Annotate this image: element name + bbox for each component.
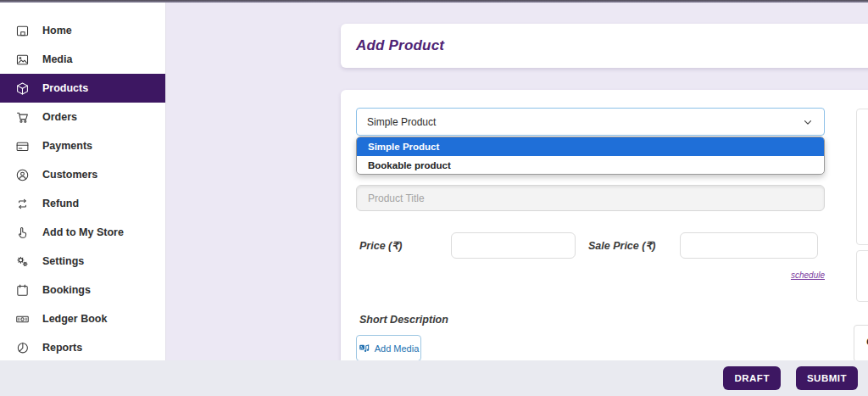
sidebar-item-home[interactable]: Home [0, 16, 165, 45]
credit-card-icon [15, 139, 30, 153]
categories-panel: Categories [854, 325, 868, 361]
top-border [0, 0, 868, 3]
sidebar-item-label: Products [42, 82, 88, 94]
sidebar-item-reports[interactable]: Reports [0, 333, 165, 360]
featured-image-box[interactable] [856, 109, 868, 245]
sidebar-item-orders[interactable]: Orders [0, 103, 165, 131]
sidebar-item-payments[interactable]: Payments [0, 131, 165, 160]
submit-button[interactable]: SUBMIT [796, 366, 858, 390]
main-content-area: Add Product Add New Simple Product Simpl… [167, 3, 868, 360]
pie-chart-icon [15, 341, 30, 355]
sale-price-label: Sale Price (₹) [588, 239, 656, 252]
sidebar-item-add-to-my-store[interactable]: Add to My Store [0, 218, 165, 247]
home-icon [15, 24, 30, 38]
cart-icon [15, 110, 30, 125]
sidebar-item-ledger-book[interactable]: Ledger Book [0, 304, 165, 333]
page-title: Add Product [356, 37, 444, 54]
gears-icon [15, 254, 30, 269]
short-description-label: Short Description [359, 314, 448, 326]
schedule-link[interactable]: schedule [791, 271, 825, 280]
product-type-selected-value: Simple Product [367, 116, 802, 128]
sidebar-item-label: Add to My Store [42, 226, 124, 238]
sale-price-input[interactable] [680, 232, 818, 259]
sidebar-item-refund[interactable]: Refund [0, 189, 165, 218]
option-bookable-product[interactable]: Bookable product [357, 156, 824, 175]
product-type-listbox: Simple Product Bookable product [356, 137, 825, 175]
sidebar-item-bookings[interactable]: Bookings [0, 276, 165, 304]
footer-action-bar: DRAFT SUBMIT [0, 360, 868, 396]
price-label: Price (₹) [359, 239, 402, 252]
add-media-label: Add Media [375, 343, 420, 354]
media-icon [15, 53, 30, 67]
sidebar-item-label: Home [42, 25, 72, 36]
sidebar-item-label: Orders [42, 111, 77, 123]
sidebar-item-label: Customers [42, 169, 97, 181]
sidebar-item-label: Reports [42, 342, 82, 354]
add-media-icon [359, 343, 370, 354]
sidebar-item-label: Ledger Book [42, 313, 107, 325]
banknote-icon [15, 312, 30, 326]
customer-icon [15, 168, 30, 182]
hand-click-icon [15, 226, 30, 240]
sidebar-item-customers[interactable]: Customers [0, 160, 165, 189]
sidebar: Home Media Products Orders Payments Cust… [0, 3, 166, 360]
sidebar-item-label: Media [42, 53, 72, 65]
sidebar-item-products[interactable]: Products [0, 74, 165, 103]
add-product-form-card: Simple Product Simple Product Bookable p… [341, 90, 868, 361]
sidebar-item-media[interactable]: Media [0, 45, 165, 74]
calendar-icon [15, 283, 30, 298]
price-input[interactable] [451, 232, 576, 259]
add-media-button[interactable]: Add Media [356, 335, 421, 361]
option-simple-product[interactable]: Simple Product [357, 137, 824, 156]
sidebar-item-label: Payments [42, 140, 92, 152]
chevron-down-icon [802, 116, 814, 128]
sidebar-item-settings[interactable]: Settings [0, 247, 165, 276]
gallery-thumbnail-box[interactable] [856, 250, 868, 302]
products-cube-icon [15, 81, 30, 96]
page-header-card: Add Product Add New [341, 24, 868, 68]
draft-button[interactable]: DRAFT [723, 366, 780, 390]
refund-icon [15, 197, 30, 211]
sidebar-item-label: Settings [42, 255, 84, 267]
product-type-select[interactable]: Simple Product [356, 108, 825, 136]
sidebar-item-label: Refund [42, 198, 79, 209]
product-title-input[interactable] [356, 185, 825, 211]
sidebar-item-label: Bookings [42, 284, 91, 296]
